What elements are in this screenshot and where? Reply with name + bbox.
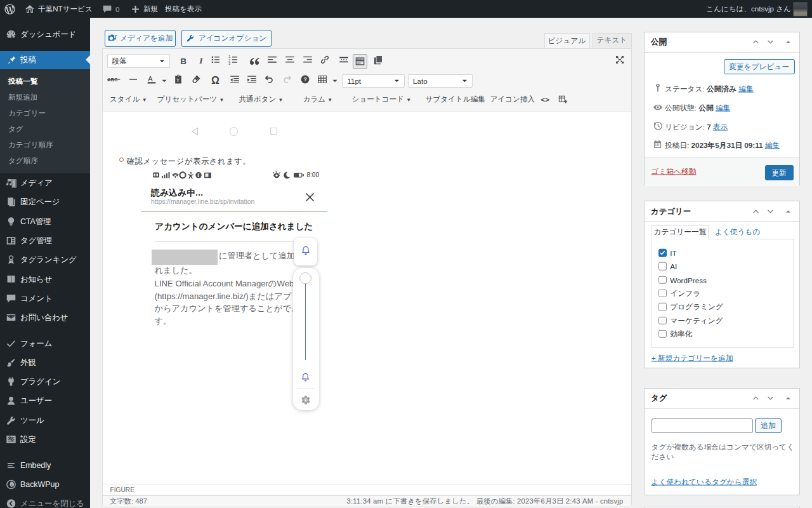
- svg-text:?: ?: [303, 77, 306, 83]
- svg-text:8:00: 8:00: [306, 171, 319, 178]
- svg-text:3: 3: [228, 62, 230, 65]
- svg-text:A: A: [148, 75, 153, 83]
- svg-text:f: f: [197, 173, 199, 178]
- svg-text:T: T: [176, 77, 180, 83]
